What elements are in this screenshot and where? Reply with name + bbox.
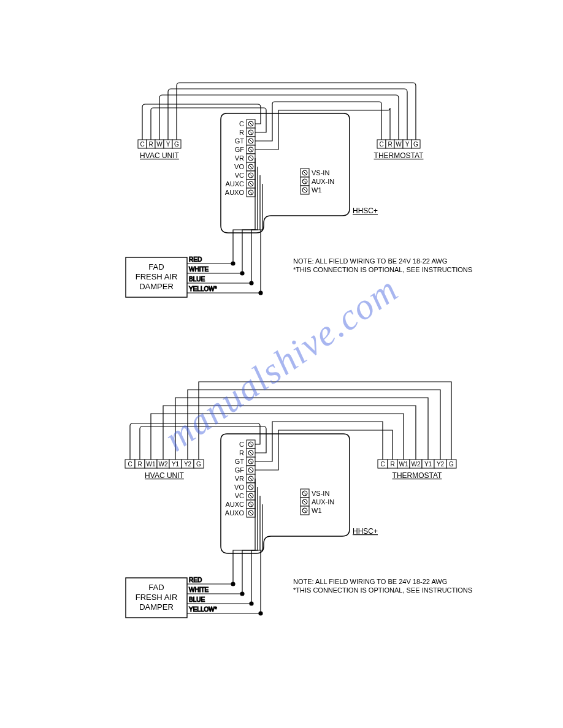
hvac-unit-label-2: HVAC UNIT [145,471,184,480]
ctrl2-AUXO: AUXO [225,509,245,517]
fad2-blue: BLUE [189,596,205,603]
ctrl2-VC: VC [235,492,244,499]
fad-line1: FAD [148,262,164,271]
ctrl-term-VC: VC [235,172,244,179]
ctrl-term-GT: GT [235,137,245,145]
tstat-term-R: R [388,141,392,148]
hvac2-W2: W2 [159,461,168,468]
hvac-term-R: R [148,141,153,148]
hvac-unit-1: C R W Y G HVAC UNIT [138,140,181,160]
hvac2-Y2: Y2 [184,461,192,468]
tstat-term-C: C [379,141,383,148]
hvac2-R: R [137,461,142,468]
ctrl-term-R: R [239,129,244,136]
ctrl2-VR: VR [235,475,244,482]
note-line1: NOTE: ALL FIELD WIRING TO BE 24V 18-22 A… [293,257,447,265]
ctrl-term-VO: VO [234,163,244,170]
ctrl2-AUXC: AUXC [225,501,244,508]
controller-2: C R GT GF VR VO VC AUXC AUXO VS-IN AUX-I… [221,434,378,553]
ctrl-term-VSIN: VS-IN [312,169,329,176]
hvac-term-W: W [156,141,163,148]
thermostat-1: C R W Y G THERMOSTAT [374,140,424,160]
ctrl-term-GF: GF [235,146,245,153]
diagram-2: C R W1 W2 Y1 Y2 G HVAC UNIT C R W1 W2 Y1… [125,382,472,618]
hvac2-Y1: Y1 [172,461,180,468]
ctrl2-AUXIN: AUX-IN [312,498,334,506]
ctrl2-R: R [239,449,244,457]
hvac2-C: C [128,461,132,468]
note-line2: *THIS CONNECTION IS OPTIONAL, SEE INSTRU… [293,266,472,273]
fad2-line3: DAMPER [139,602,174,612]
tstat2-Y2: Y2 [437,461,445,468]
ctrl2-W1r: W1 [312,507,322,514]
controller-label: HHSC+ [353,207,378,215]
diagram-1: C R W Y G HVAC UNIT C R W Y G THERMOSTAT [126,83,472,297]
controller-label-2: HHSC+ [353,527,378,536]
tstat2-W1: W1 [399,461,408,468]
fad2-yellow: YELLOW* [189,606,217,613]
hvac-term-C: C [140,141,144,148]
hvac-unit-label: HVAC UNIT [140,151,179,160]
hvac-unit-2: C R W1 W2 Y1 Y2 G HVAC UNIT [125,460,204,480]
note2-line1: NOTE: ALL FIELD WIRING TO BE 24V 18-22 A… [293,578,447,585]
tstat-term-W: W [396,141,402,148]
tstat2-W2: W2 [412,461,421,468]
tstat-term-G: G [413,141,418,148]
ctrl2-C: C [239,441,244,448]
ctrl2-VO: VO [234,483,244,491]
thermostat-label: THERMOSTAT [374,151,424,160]
tstat2-Y1: Y1 [424,461,432,468]
fad-line2: FRESH AIR [136,272,178,281]
ctrl-term-W1: W1 [312,186,322,194]
ctrl-term-AUXO: AUXO [225,189,245,196]
fad2-line2: FRESH AIR [136,593,178,602]
ctrl2-VSIN: VS-IN [312,490,329,497]
hvac2-G: G [196,461,201,468]
controller-1: C R GT GF VR VO VC AUXC AUXO VS-IN AUX-I… [221,113,378,233]
tstat-term-Y: Y [405,141,410,148]
fad-line3: DAMPER [139,282,174,291]
tstat2-G: G [449,461,454,468]
thermostat-label-2: THERMOSTAT [393,471,443,480]
fad-2: FAD FRESH AIR DAMPER [126,578,187,618]
fad-wire-blue: BLUE [189,276,205,282]
hvac-term-Y: Y [166,141,170,148]
ctrl-term-VR: VR [235,154,244,162]
fad-wire-white: WHITE [189,266,209,273]
tstat2-R: R [390,461,394,468]
fad-wire-yellow: YELLOW* [189,286,217,292]
fad-1: FAD FRESH AIR DAMPER [126,257,187,297]
fad2-red: RED [189,577,202,583]
fad2-line1: FAD [148,583,164,592]
tstat2-C: C [380,461,385,468]
note2-line2: *THIS CONNECTION IS OPTIONAL, SEE INSTRU… [293,586,472,594]
ctrl-term-AUXC: AUXC [225,180,244,188]
wiring-diagram-page: C R W Y G HVAC UNIT C R W Y G THERMOSTAT [0,0,563,728]
ctrl-term-AUXIN: AUX-IN [312,178,334,185]
fad-wire-red: RED [189,256,202,263]
thermostat-2: C R W1 W2 Y1 Y2 G THERMOSTAT [378,460,456,480]
ctrl2-GF: GF [235,466,245,474]
ctrl2-GT: GT [235,458,245,465]
hvac2-W1: W1 [147,461,156,468]
ctrl-term-C: C [239,120,244,127]
hvac-term-G: G [174,141,179,148]
fad2-white: WHITE [189,586,209,593]
